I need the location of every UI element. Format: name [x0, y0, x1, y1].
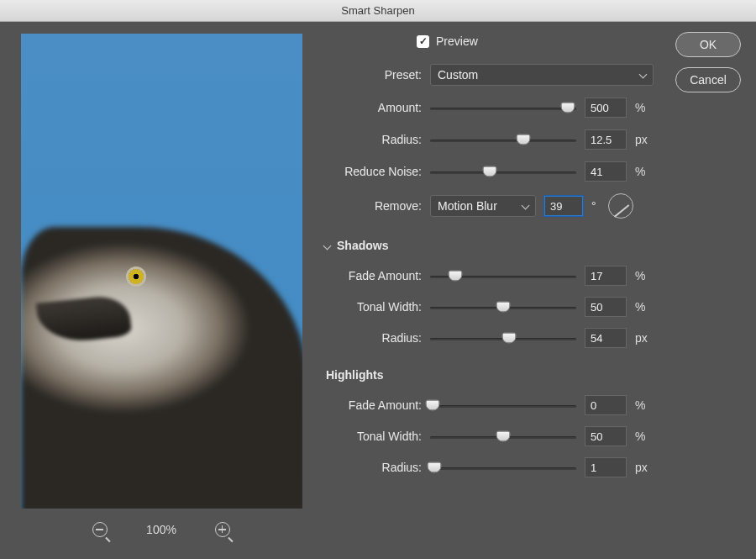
shadows-form: Fade Amount: % Tonal Width: % Radius: px [324, 266, 654, 348]
shadows-radius-slider[interactable] [430, 330, 576, 346]
shadows-header[interactable]: Shadows [324, 239, 654, 252]
shadows-fade-label: Fade Amount: [324, 269, 422, 282]
dialog-body: 100% OK Cancel ✓ Preview ✿▾ Preset: Cust… [0, 22, 756, 559]
reduce-noise-input[interactable] [585, 161, 627, 182]
reduce-noise-unit: % [635, 165, 654, 178]
shadows-fade-input[interactable] [585, 266, 627, 286]
zoom-controls: 100% [92, 522, 230, 537]
slider-track [430, 171, 576, 174]
highlights-title: Highlights [326, 368, 383, 382]
shadows-radius-label: Radius: [324, 331, 422, 345]
preview-label: Preview [436, 34, 478, 48]
shadows-title: Shadows [337, 239, 388, 252]
disclosure-triangle-icon [323, 241, 332, 250]
main-form: Preset: Custom Amount: % Radius: [324, 64, 741, 477]
highlights-radius-unit: px [635, 461, 654, 474]
highlights-fade-unit: % [635, 398, 654, 412]
zoom-out-icon[interactable] [92, 522, 108, 537]
highlights-radius-label: Radius: [324, 461, 422, 474]
shadows-tonal-row: Tonal Width: % [324, 297, 654, 317]
highlights-tonal-unit: % [635, 430, 654, 443]
preview-panel: 100% [18, 34, 304, 547]
highlights-fade-slider[interactable] [430, 397, 576, 414]
remove-angle-unit: ° [591, 199, 600, 213]
highlights-fade-input[interactable] [585, 395, 627, 415]
shadows-tonal-unit: % [635, 300, 654, 314]
amount-unit: % [635, 101, 654, 114]
slider-handle[interactable] [501, 333, 516, 344]
reduce-noise-label: Reduce Noise: [324, 165, 422, 178]
shadows-fade-slider[interactable] [430, 267, 576, 284]
highlights-fade-row: Fade Amount: % [324, 395, 654, 415]
reduce-noise-slider[interactable] [430, 163, 576, 180]
preview-checkbox[interactable]: ✓ [417, 35, 429, 48]
ok-button[interactable]: OK [675, 32, 741, 57]
slider-handle[interactable] [426, 400, 440, 411]
slider-handle[interactable] [428, 462, 442, 473]
angle-dial[interactable] [608, 193, 633, 219]
shadows-fade-row: Fade Amount: % [324, 266, 654, 286]
shadows-radius-row: Radius: px [324, 328, 654, 348]
shadows-fade-unit: % [635, 269, 654, 282]
chevron-down-icon [522, 201, 530, 209]
dialog-buttons: OK Cancel [675, 32, 741, 92]
slider-handle[interactable] [496, 431, 511, 442]
preview-image[interactable] [21, 34, 302, 509]
amount-slider[interactable] [430, 99, 576, 116]
radius-row: Radius: px [324, 129, 654, 150]
remove-select[interactable]: Motion Blur [430, 195, 536, 217]
preset-row: Preset: Custom [324, 64, 654, 86]
shadows-tonal-input[interactable] [585, 297, 627, 317]
highlights-radius-input[interactable] [585, 457, 627, 477]
remove-value: Motion Blur [438, 199, 497, 213]
remove-row: Remove: Motion Blur ° [324, 193, 654, 219]
zoom-in-icon[interactable] [215, 522, 230, 537]
slider-handle[interactable] [483, 166, 497, 177]
shadows-radius-unit: px [635, 331, 654, 345]
amount-row: Amount: % [324, 98, 654, 118]
preset-select[interactable]: Custom [430, 64, 654, 86]
preset-value: Custom [438, 68, 478, 82]
highlights-tonal-input[interactable] [585, 426, 627, 446]
radius-slider[interactable] [430, 131, 576, 148]
reduce-noise-row: Reduce Noise: % [324, 161, 654, 182]
shadows-tonal-label: Tonal Width: [324, 300, 422, 314]
highlights-header[interactable]: Highlights [326, 368, 654, 382]
highlights-form: Fade Amount: % Tonal Width: % Radius: px [324, 395, 654, 477]
zoom-level: 100% [146, 523, 176, 536]
amount-label: Amount: [324, 101, 422, 114]
remove-label: Remove: [324, 199, 422, 213]
controls-panel: OK Cancel ✓ Preview ✿▾ Preset: Custom Am… [324, 34, 741, 547]
preview-bird-eye [129, 269, 144, 284]
slider-handle[interactable] [496, 302, 511, 313]
highlights-fade-label: Fade Amount: [324, 398, 422, 412]
chevron-down-icon [639, 70, 648, 78]
window-title: Smart Sharpen [0, 0, 756, 22]
highlights-radius-row: Radius: px [324, 457, 654, 477]
slider-handle[interactable] [448, 271, 462, 282]
radius-input[interactable] [585, 129, 627, 150]
highlights-tonal-row: Tonal Width: % [324, 426, 654, 446]
slider-track [430, 140, 576, 142]
shadows-tonal-slider[interactable] [430, 298, 576, 315]
preview-checkbox-group: ✓ Preview [417, 34, 478, 48]
slider-handle[interactable] [560, 103, 575, 113]
preset-label: Preset: [324, 68, 422, 82]
slider-track [430, 108, 576, 110]
slider-handle[interactable] [517, 134, 531, 145]
shadows-radius-input[interactable] [585, 328, 627, 348]
amount-input[interactable] [585, 98, 627, 118]
highlights-radius-slider[interactable] [430, 459, 576, 476]
highlights-tonal-label: Tonal Width: [324, 430, 422, 443]
radius-label: Radius: [324, 133, 422, 146]
radius-unit: px [635, 133, 654, 146]
highlights-tonal-slider[interactable] [430, 428, 576, 445]
remove-angle-input[interactable] [544, 196, 583, 216]
cancel-button[interactable]: Cancel [675, 67, 741, 92]
angle-dial-wrap [608, 193, 633, 219]
